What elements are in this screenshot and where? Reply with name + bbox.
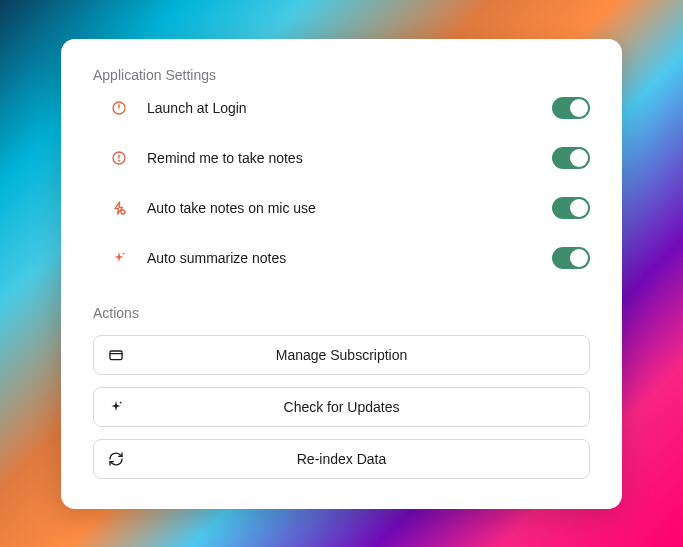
- action-label: Check for Updates: [94, 399, 589, 415]
- toggle-auto-summarize[interactable]: [552, 247, 590, 269]
- bolt-gear-icon: [111, 200, 127, 216]
- setting-label: Remind me to take notes: [147, 150, 532, 166]
- svg-point-4: [119, 160, 120, 161]
- card-icon: [108, 347, 124, 363]
- toggle-remind-notes[interactable]: [552, 147, 590, 169]
- sparkle-icon: [111, 250, 127, 266]
- check-updates-button[interactable]: Check for Updates: [93, 387, 590, 427]
- manage-subscription-button[interactable]: Manage Subscription: [93, 335, 590, 375]
- actions-list: Manage Subscription Check for Updates: [93, 335, 590, 479]
- action-label: Manage Subscription: [94, 347, 589, 363]
- setting-launch-at-login: Launch at Login: [111, 97, 590, 119]
- toggle-auto-take-notes[interactable]: [552, 197, 590, 219]
- setting-remind-notes: Remind me to take notes: [111, 147, 590, 169]
- reindex-data-button[interactable]: Re-index Data: [93, 439, 590, 479]
- setting-label: Auto take notes on mic use: [147, 200, 532, 216]
- toggle-launch-at-login[interactable]: [552, 97, 590, 119]
- alert-icon: [111, 150, 127, 166]
- sparkle-icon: [108, 399, 124, 415]
- refresh-icon: [108, 451, 124, 467]
- settings-card: Application Settings Launch at Login: [61, 39, 622, 509]
- power-icon: [111, 100, 127, 116]
- svg-point-5: [121, 210, 125, 214]
- setting-label: Auto summarize notes: [147, 250, 532, 266]
- section-title-settings: Application Settings: [93, 67, 590, 83]
- setting-auto-summarize: Auto summarize notes: [111, 247, 590, 269]
- action-label: Re-index Data: [94, 451, 589, 467]
- setting-auto-take-notes: Auto take notes on mic use: [111, 197, 590, 219]
- setting-label: Launch at Login: [147, 100, 532, 116]
- settings-list: Launch at Login Remind me to take notes: [93, 97, 590, 269]
- svg-rect-6: [110, 351, 122, 360]
- section-title-actions: Actions: [93, 305, 590, 321]
